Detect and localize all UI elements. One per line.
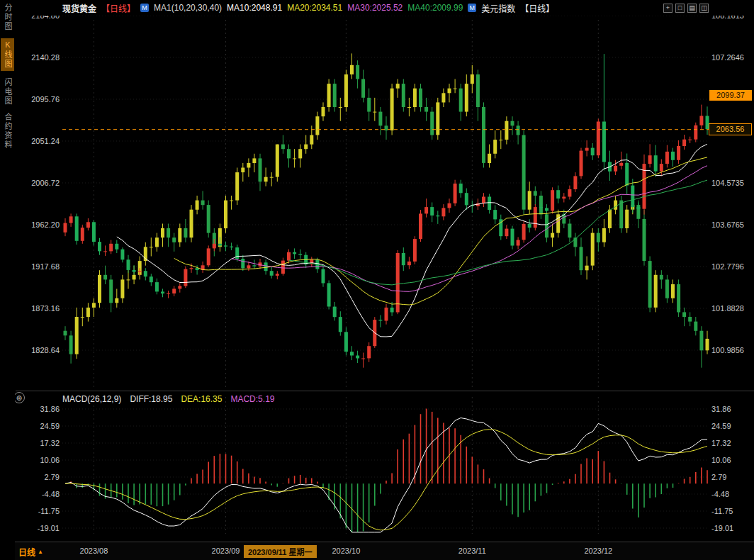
macd-dea-line	[65, 430, 707, 530]
top-toolbar: 现货黄金 【日线】 M MA1(10,20,30,40) MA10:2048.9…	[0, 0, 754, 16]
ma10-line	[117, 144, 707, 337]
overlay-indicator-icon: M	[468, 4, 476, 12]
window-controls: + □ ▤ ◫	[663, 4, 709, 13]
svg-text:10.06: 10.06	[40, 456, 60, 464]
ma40-value: MA40:2009.99	[407, 3, 463, 13]
x-axis-label: 2023/11	[454, 547, 490, 555]
latest-price-badge: 2063.56	[709, 123, 752, 135]
x-axis-label: 2023/08	[75, 547, 112, 555]
instrument-title[interactable]: 现货黄金	[62, 2, 96, 14]
sidebar-item-kline-chart[interactable]: K线图	[1, 38, 14, 71]
macd-diff-line	[65, 418, 707, 532]
ma30-line	[232, 166, 707, 292]
instrument-period-tag: 【日线】	[101, 2, 135, 14]
ma10-value: MA10:2048.91	[227, 3, 282, 13]
svg-text:-4.48: -4.48	[42, 490, 60, 498]
split-panel-icon[interactable]: ◫	[699, 4, 709, 13]
svg-text:17.32: 17.32	[40, 439, 60, 447]
sidebar-item-label: K线图	[4, 40, 12, 69]
window-icon[interactable]: □	[675, 4, 685, 13]
svg-text:2.79: 2.79	[711, 473, 726, 481]
ma20-value: MA20:2034.51	[287, 3, 342, 13]
sidebar-item-contract-info[interactable]: 合约资料	[1, 113, 14, 150]
x-axis: 2023/082023/092023/102023/112023/12	[0, 542, 754, 560]
svg-text:-19.01: -19.01	[711, 524, 733, 532]
bottom-bar: 日线 ▲ 2023/082023/092023/102023/112023/12…	[0, 542, 754, 560]
svg-text:2006.72: 2006.72	[31, 179, 60, 187]
macd-dea-value: DEA:16.35	[181, 394, 222, 404]
svg-text:2140.28: 2140.28	[31, 53, 60, 62]
ma-settings-label: MA1(10,20,30,40)	[154, 3, 222, 13]
macd-bar-value: MACD:5.19	[230, 394, 274, 404]
svg-text:2.79: 2.79	[45, 473, 60, 481]
trading-app-window: 2184.802140.282095.762051.242006.721962.…	[0, 0, 754, 560]
left-sidebar: 分时图 K线图 闪电图 合约资料	[0, 0, 15, 560]
svg-text:100.9856: 100.9856	[711, 346, 744, 354]
table-view-icon[interactable]: ▤	[687, 4, 697, 13]
svg-text:1962.20: 1962.20	[31, 220, 60, 229]
svg-text:-19.01: -19.01	[38, 524, 60, 532]
macd-indicator-header: MACD(26,12,9) DIFF:18.95 DEA:16.35 MACD:…	[62, 394, 274, 404]
svg-text:101.8828: 101.8828	[711, 304, 744, 313]
macd-params-label: MACD(26,12,9)	[62, 394, 121, 404]
x-axis-label: 2023/10	[327, 547, 364, 555]
svg-text:17.32: 17.32	[711, 439, 731, 447]
svg-text:102.7796: 102.7796	[711, 262, 744, 271]
sidebar-item-label: 合约资料	[4, 113, 12, 150]
macd-diff-value: DIFF:18.95	[130, 394, 172, 404]
sidebar-item-time-chart[interactable]: 分时图	[1, 4, 14, 31]
svg-text:104.5735: 104.5735	[711, 179, 744, 187]
svg-text:24.59: 24.59	[40, 422, 60, 430]
svg-text:-11.75: -11.75	[711, 507, 733, 515]
svg-text:1917.68: 1917.68	[31, 262, 60, 271]
sidebar-item-flash-chart[interactable]: 闪电图	[1, 78, 14, 106]
svg-text:2095.76: 2095.76	[31, 95, 60, 103]
svg-text:31.86: 31.86	[40, 405, 60, 413]
svg-text:2051.24: 2051.24	[31, 137, 60, 145]
x-axis-label: 2023/12	[580, 547, 617, 555]
svg-text:103.6765: 103.6765	[711, 220, 744, 229]
sidebar-item-label: 闪电图	[4, 78, 12, 106]
overlay-title[interactable]: 美元指数	[481, 2, 515, 14]
chart-canvas: 2184.802140.282095.762051.242006.721962.…	[0, 0, 754, 560]
indicator-settings-icon[interactable]: ⊛	[13, 392, 25, 403]
ma30-value: MA30:2025.52	[347, 3, 403, 13]
gold-candles	[64, 54, 709, 368]
macd-histogram	[65, 409, 707, 532]
grid-layer	[62, 16, 709, 534]
sidebar-item-label: 分时图	[4, 4, 12, 31]
high-price-badge: 2099.37	[709, 90, 752, 101]
overlay-period-tag: 【日线】	[520, 2, 554, 14]
svg-text:31.86: 31.86	[711, 405, 731, 413]
zoom-in-icon[interactable]: +	[663, 4, 673, 13]
x-axis-label: 2023/09	[208, 547, 244, 555]
crosshair-date-badge: 2023/09/11 星期一	[244, 545, 317, 558]
svg-text:10.06: 10.06	[711, 456, 731, 464]
svg-text:-11.75: -11.75	[38, 507, 60, 515]
svg-text:107.2646: 107.2646	[711, 53, 744, 62]
svg-text:-4.48: -4.48	[711, 490, 729, 498]
svg-text:1828.64: 1828.64	[31, 346, 60, 354]
ma-indicator-icon: M	[140, 4, 149, 12]
svg-text:1873.16: 1873.16	[31, 304, 60, 313]
svg-text:24.59: 24.59	[711, 422, 731, 430]
